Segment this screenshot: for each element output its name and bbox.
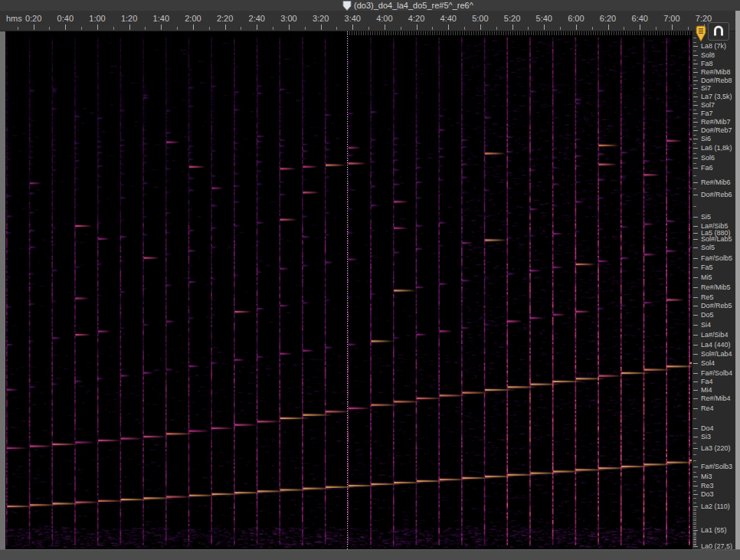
ruler-tick-major [161, 25, 162, 30]
ruler-tick-major [193, 25, 194, 30]
ruler-tick-major [544, 25, 545, 30]
note-axis-tick-major [693, 247, 698, 248]
note-axis-tick-minor [693, 188, 696, 189]
note-axis-tick-major [693, 122, 698, 123]
note-axis-tick-major [693, 398, 698, 399]
note-axis-label: Do#/Reb6 [701, 191, 732, 198]
note-axis-label: La4 (440) [701, 341, 731, 349]
note-axis-tick-major [693, 382, 698, 382]
ruler-tick-minor [592, 27, 593, 30]
note-axis-label: Fa#/Solb5 [701, 254, 732, 262]
note-axis-tick-minor [693, 481, 696, 482]
ruler-tick-major [448, 25, 449, 30]
ruler-tick-minor [336, 27, 337, 30]
playhead-marker-icon[interactable] [342, 0, 352, 14]
note-axis-tick-minor [693, 516, 696, 517]
window-frame-right [735, 11, 740, 560]
ruler-tick-minor [49, 27, 50, 30]
note-axis-tick-major [693, 325, 698, 326]
note-axis-tick-minor [693, 524, 696, 525]
window-frame-bottom [0, 549, 740, 560]
note-axis-label: Fa6 [701, 164, 713, 172]
note-axis-tick-minor [693, 68, 696, 69]
note-axis-label: La#/Sib4 [701, 331, 729, 339]
note-axis-label: La7 (3,5k) [701, 93, 732, 100]
note-axis-label: Do#/Reb7 [701, 126, 732, 134]
note-axis-label: Si5 [701, 213, 711, 221]
note-axis-tick-major [693, 287, 698, 288]
ruler-tick-major [640, 25, 640, 30]
note-axis-tick-major [693, 113, 698, 114]
note-axis-tick-minor [693, 541, 696, 542]
note-axis-tick-minor [693, 522, 696, 523]
note-axis-label: Re#/Mib5 [701, 283, 731, 291]
note-axis-label: Do5 [701, 311, 714, 319]
note-axis-tick-major [693, 306, 698, 306]
ruler-tick-minor [368, 27, 369, 30]
note-axis-tick-major [693, 158, 698, 159]
note-axis-tick-minor [693, 60, 696, 61]
note-axis-tick-minor [693, 175, 696, 176]
note-axis-label: Si4 [701, 321, 711, 329]
note-axis-tick-minor [693, 537, 696, 538]
note-axis-label: Fa#/Solb4 [701, 369, 732, 377]
note-axis-tick-minor [693, 526, 696, 527]
snap-toggle-button[interactable] [708, 22, 729, 41]
note-axis-label: Re4 [701, 404, 714, 412]
note-axis-tick-minor [693, 510, 696, 511]
note-axis-tick-major [693, 315, 698, 316]
app-window: (do3)_do4_la4_do5_re#5^_re6^ hms 0:200:4… [0, 0, 740, 560]
note-axis-tick-major [693, 217, 698, 218]
note-axis-tick-minor [693, 153, 696, 154]
title-bar: (do3)_do4_la4_do5_re#5^_re6^ [0, 0, 740, 11]
note-axis-tick-minor [693, 118, 696, 119]
timeline-ruler[interactable]: hms 0:200:401:001:201:402:002:202:403:00… [0, 11, 740, 31]
playhead-line [347, 31, 348, 549]
note-axis-tick-minor [693, 520, 696, 521]
ruler-time-label: 6:40 [631, 14, 647, 23]
ruler-tick-minor [496, 27, 497, 30]
note-axis-tick-major [693, 354, 698, 355]
note-axis-label: Re#/Mib8 [701, 68, 731, 76]
note-axis-tick-major [693, 267, 698, 268]
note-axis-label: Mi5 [701, 273, 712, 281]
note-axis-tick-major [693, 97, 698, 97]
note-axis-label: La#/Sib5 [701, 222, 729, 230]
note-axis-label: La6 (1,8k) [701, 144, 732, 152]
ruler-tick-major [65, 25, 66, 30]
note-axis-tick-major [693, 428, 698, 429]
note-axis-label: La8 (7k) [701, 42, 726, 50]
note-axis-tick-minor [693, 528, 696, 529]
note-axis-tick-minor [693, 498, 696, 499]
note-axis-tick-major [693, 448, 698, 449]
ruler-tick-major [608, 25, 609, 30]
ruler-time-label: 5:20 [504, 14, 520, 23]
ruler-tick-minor [560, 27, 561, 30]
ruler-tick-minor [81, 27, 82, 30]
ruler-time-label: 2:20 [217, 14, 233, 23]
note-axis-tick-minor [693, 163, 696, 164]
note-axis-tick-major [693, 506, 698, 507]
note-axis-tick-minor [693, 539, 696, 539]
note-axis-label: Re#/Mib4 [701, 395, 731, 402]
ruler-time-label: 6:00 [568, 14, 584, 23]
note-axis-tick-major [693, 130, 698, 131]
note-axis-label: Si3 [701, 433, 711, 440]
ruler-time-label: 3:40 [345, 14, 361, 23]
note-axis-label: Sol6 [701, 154, 715, 162]
note-axis-tick-major [693, 476, 698, 477]
note-axis-tick-minor [693, 206, 696, 207]
note-axis-tick-major [693, 363, 698, 364]
note-axis-tick-minor [693, 443, 696, 444]
spectrogram-canvas[interactable] [5, 31, 692, 549]
note-axis-tick-minor [693, 544, 696, 545]
ruler-tick-minor [528, 27, 529, 30]
note-axis-label: Si7 [701, 84, 711, 92]
ruler-time-label: 1:20 [121, 14, 137, 23]
note-axis-tick-major [693, 390, 698, 391]
note-axis-tick-minor [693, 542, 696, 543]
note-axis-label: Do#/Reb8 [701, 77, 732, 84]
ruler-tick-major [352, 25, 353, 30]
loop-pin-icon[interactable] [696, 25, 706, 42]
recording-title: (do3)_do4_la4_do5_re#5^_re6^ [354, 1, 473, 10]
